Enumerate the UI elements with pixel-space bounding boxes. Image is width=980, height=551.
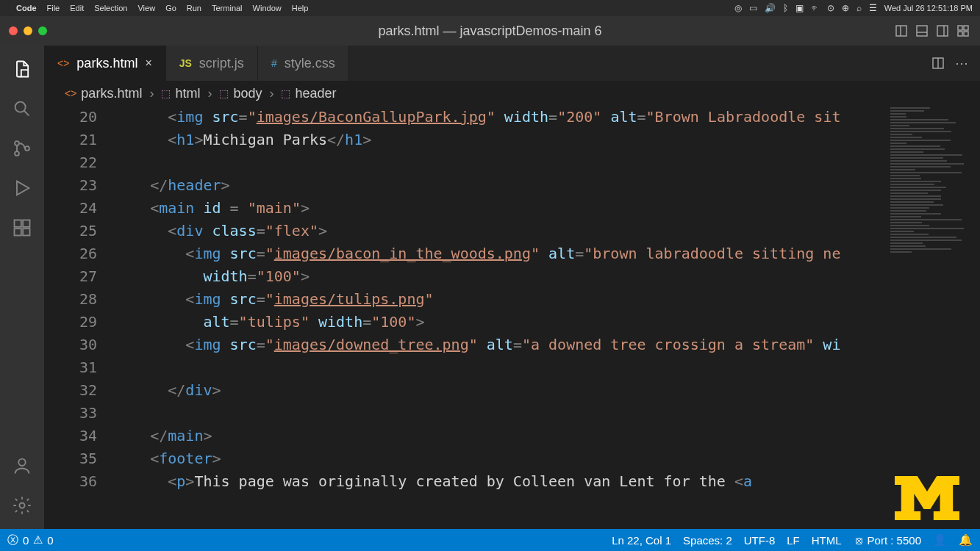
mac-menubar: Code File Edit Selection View Go Run Ter… (0, 0, 980, 16)
symbol-icon: ⬚ (219, 87, 229, 99)
svg-rect-0 (896, 26, 906, 36)
menubar-app[interactable]: Code (16, 4, 37, 12)
language-mode[interactable]: HTML (812, 534, 842, 547)
menubar-item[interactable]: Window (253, 4, 282, 12)
warnings-icon[interactable]: ⚠ (33, 533, 43, 547)
menubar-item[interactable]: Selection (94, 4, 127, 12)
sys-icon[interactable]: ▭ (749, 3, 757, 13)
svg-rect-16 (15, 220, 21, 227)
broadcast-icon: ⦻ (854, 534, 865, 547)
settings-gear-icon[interactable] (12, 495, 32, 516)
panel-bottom-icon[interactable] (915, 24, 929, 37)
minimap[interactable] (884, 106, 980, 529)
status-bar: ⓧ 0 ⚠ 0 Ln 22, Col 1 Spaces: 2 UTF-8 LF … (0, 529, 980, 551)
sys-icon[interactable]: ⊕ (842, 3, 849, 13)
tab-parks-html[interactable]: <> parks.html × (44, 46, 166, 81)
split-editor-icon[interactable] (931, 57, 945, 70)
traffic-lights (0, 26, 47, 35)
close-tab-icon[interactable]: × (145, 57, 151, 70)
breadcrumb-item[interactable]: ⬚ header (281, 86, 336, 101)
breadcrumb-label: html (175, 86, 200, 101)
svg-point-10 (15, 102, 26, 112)
control-center-icon[interactable]: ☰ (869, 3, 877, 13)
breadcrumb-item[interactable]: ⬚ html (161, 86, 200, 101)
eol-status[interactable]: LF (787, 534, 800, 547)
sys-icon[interactable]: ⊙ (827, 3, 834, 13)
tab-label: script.js (199, 56, 244, 71)
menubar-item[interactable]: Terminal (212, 4, 243, 12)
svg-point-13 (15, 151, 19, 156)
errors-count[interactable]: 0 (23, 534, 29, 547)
svg-line-11 (24, 111, 29, 115)
svg-rect-18 (23, 228, 29, 235)
cursor-position[interactable]: Ln 22, Col 1 (612, 534, 671, 547)
explorer-icon[interactable] (12, 59, 32, 79)
svg-point-21 (20, 503, 25, 508)
menubar-item[interactable]: File (47, 4, 60, 12)
split-left-icon[interactable] (895, 24, 908, 37)
editor-tabs: <> parks.html × JS script.js # style.css… (44, 46, 980, 81)
sys-icon[interactable]: ◎ (734, 3, 742, 13)
breadcrumb-item[interactable]: ⬚ body (219, 86, 262, 101)
js-file-icon: JS (179, 57, 192, 69)
window-title: parks.html — javascriptDemos-main 6 (378, 24, 601, 39)
svg-rect-6 (958, 26, 962, 30)
svg-point-14 (25, 146, 29, 151)
chevron-right-icon: › (269, 86, 273, 101)
minimize-window-button[interactable] (24, 26, 32, 35)
svg-marker-15 (17, 181, 29, 195)
encoding-status[interactable]: UTF-8 (744, 534, 776, 547)
more-actions-icon[interactable]: ⋯ (955, 55, 968, 71)
tab-style-css[interactable]: # style.css (258, 46, 349, 81)
line-number-gutter: 2021222324252627282930313233343536 (44, 106, 115, 529)
breadcrumb[interactable]: <> parks.html › ⬚ html › ⬚ body › ⬚ head… (44, 81, 980, 106)
indentation-status[interactable]: Spaces: 2 (683, 534, 732, 547)
menubar-item[interactable]: Edit (70, 4, 84, 12)
breadcrumb-item[interactable]: <> parks.html (65, 86, 142, 101)
menubar-item[interactable]: Run (187, 4, 201, 12)
tab-script-js[interactable]: JS script.js (166, 46, 258, 81)
svg-point-20 (18, 459, 25, 466)
live-server-port[interactable]: ⦻ Port : 5500 (854, 534, 921, 547)
feedback-icon[interactable]: 👤 (933, 533, 947, 547)
close-window-button[interactable] (9, 26, 18, 35)
battery-icon[interactable]: ▣ (795, 3, 804, 13)
bluetooth-icon[interactable]: ᛒ (783, 3, 788, 13)
search-icon[interactable] (12, 98, 32, 119)
notifications-icon[interactable]: 🔔 (959, 533, 973, 547)
svg-rect-4 (937, 26, 948, 36)
menubar-item[interactable]: Help (292, 4, 309, 12)
port-label: Port : 5500 (868, 534, 921, 547)
svg-rect-9 (964, 32, 968, 36)
svg-rect-7 (964, 26, 968, 30)
menubar-item[interactable]: View (137, 4, 155, 12)
code-content[interactable]: <img src="images/BaconGallupPark.jpg" wi… (115, 106, 884, 529)
chevron-right-icon: › (207, 86, 212, 101)
split-right-icon[interactable] (936, 24, 949, 37)
svg-rect-8 (958, 32, 962, 36)
maximize-window-button[interactable] (38, 26, 47, 35)
activity-bar (0, 46, 44, 529)
wifi-icon[interactable]: ᯤ (811, 3, 820, 13)
chevron-right-icon: › (149, 86, 154, 101)
html-file-icon: <> (57, 57, 69, 69)
account-icon[interactable] (12, 455, 32, 476)
search-icon[interactable]: ⌕ (856, 3, 862, 13)
svg-rect-17 (15, 228, 21, 235)
symbol-icon: ⬚ (281, 87, 290, 99)
menubar-clock[interactable]: Wed Jul 26 12:51:18 PM (884, 4, 973, 12)
breadcrumb-label: header (295, 86, 336, 101)
breadcrumb-label: body (233, 86, 262, 101)
extensions-icon[interactable] (12, 217, 32, 238)
layout-grid-icon[interactable] (956, 24, 970, 37)
warnings-count[interactable]: 0 (47, 534, 53, 547)
code-editor[interactable]: 2021222324252627282930313233343536 <img … (44, 106, 980, 529)
volume-icon[interactable]: 🔊 (765, 3, 776, 13)
errors-icon[interactable]: ⓧ (7, 533, 18, 547)
symbol-icon: ⬚ (161, 87, 171, 99)
menubar-item[interactable]: Go (165, 4, 176, 12)
source-control-icon[interactable] (12, 138, 32, 159)
tab-label: parks.html (76, 56, 137, 71)
run-debug-icon[interactable] (12, 178, 32, 198)
svg-rect-2 (917, 26, 927, 36)
